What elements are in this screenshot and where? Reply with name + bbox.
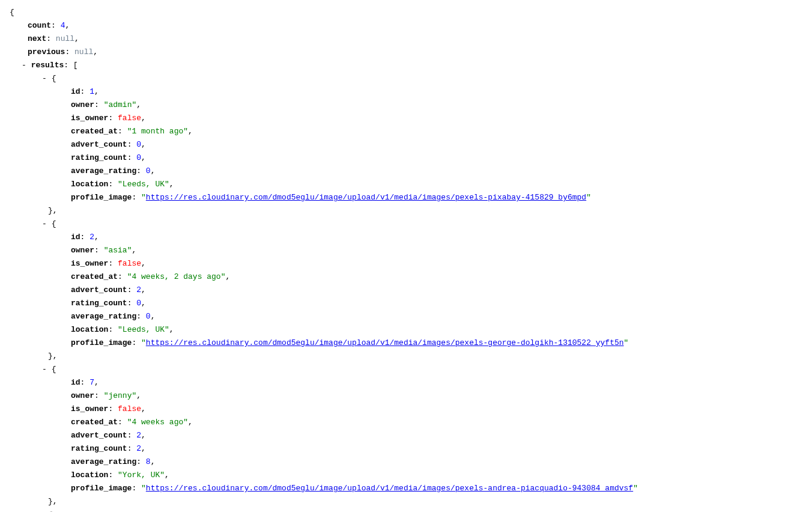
collapse-toggle-icon[interactable]: - <box>22 61 26 70</box>
partial-object-open: { <box>10 508 802 512</box>
is_owner-row: is_owner: false, <box>10 257 802 270</box>
id-row: id: 2, <box>10 231 802 244</box>
id-row: id: 1, <box>10 85 802 99</box>
owner-row: owner: "asia", <box>10 244 802 257</box>
json-key: created_at <box>71 272 118 281</box>
json-value: "4 weeks, 2 days ago" <box>127 272 226 281</box>
previous-key: previous <box>28 47 65 56</box>
object-open: - { <box>10 363 802 376</box>
json-key: rating_count <box>71 444 127 453</box>
count-row: count: 4, <box>10 19 802 32</box>
profile-image-row: profile_image: "https://res.cloudinary.c… <box>10 337 802 350</box>
object-close: }, <box>10 350 802 363</box>
id-row: id: 7, <box>10 376 802 389</box>
results-array: - {id: 1,owner: "admin",is_owner: false,… <box>10 72 802 512</box>
advert_count-row: advert_count: 2, <box>10 284 802 297</box>
previous-value: null <box>74 47 93 56</box>
json-value: 0 <box>136 140 141 149</box>
results-row: - results: [ <box>10 59 802 72</box>
created_at-row: created_at: "1 month ago", <box>10 125 802 138</box>
json-key: owner <box>71 391 94 400</box>
json-value: "1 month ago" <box>127 127 188 136</box>
profile-image-link[interactable]: https://res.cloudinary.com/dmod5eglu/ima… <box>146 193 586 202</box>
json-key: id <box>71 233 80 242</box>
json-value: false <box>118 114 141 123</box>
json-value: "asia" <box>104 246 132 255</box>
json-value: "jenny" <box>104 391 137 400</box>
location-row: location: "Leeds, UK", <box>10 323 802 337</box>
json-key: created_at <box>71 418 118 427</box>
json-value: "Leeds, UK" <box>118 325 169 334</box>
collapse-toggle-icon[interactable]: - <box>42 74 47 83</box>
json-key: location <box>71 180 108 189</box>
advert_count-row: advert_count: 2, <box>10 429 802 442</box>
results-key: results <box>31 61 64 70</box>
json-key: profile_image <box>71 193 132 202</box>
next-row: next: null, <box>10 32 802 46</box>
next-key: next <box>28 34 46 43</box>
object-open: - { <box>10 72 802 85</box>
location-row: location: "York, UK", <box>10 469 802 482</box>
advert_count-row: advert_count: 0, <box>10 138 802 151</box>
rating_count-row: rating_count: 0, <box>10 297 802 310</box>
json-value: 0 <box>136 153 141 162</box>
json-key: rating_count <box>71 153 127 162</box>
json-value: 8 <box>146 457 151 466</box>
profile-image-row: profile_image: "https://res.cloudinary.c… <box>10 482 802 495</box>
rating_count-row: rating_count: 2, <box>10 442 802 456</box>
average_rating-row: average_rating: 0, <box>10 165 802 178</box>
json-value: 2 <box>89 233 94 242</box>
json-key: is_owner <box>71 259 108 268</box>
collapse-toggle-icon[interactable]: - <box>42 365 47 374</box>
json-key: average_rating <box>71 457 136 466</box>
open-brace: { <box>10 6 802 19</box>
json-key: profile_image <box>71 338 132 347</box>
json-value: "4 weeks ago" <box>127 418 188 427</box>
next-value: null <box>56 34 74 43</box>
json-value: 0 <box>146 312 151 321</box>
average_rating-row: average_rating: 0, <box>10 310 802 323</box>
is_owner-row: is_owner: false, <box>10 403 802 416</box>
object-open: - { <box>10 218 802 231</box>
collapse-toggle-icon[interactable]: - <box>42 219 47 228</box>
owner-row: owner: "admin", <box>10 99 802 112</box>
json-key: is_owner <box>71 404 108 413</box>
json-key: id <box>71 87 80 96</box>
json-key: id <box>71 378 80 387</box>
json-value: false <box>118 259 141 268</box>
json-key: created_at <box>71 127 118 136</box>
json-value: "York, UK" <box>118 471 165 480</box>
is_owner-row: is_owner: false, <box>10 112 802 125</box>
json-value: 7 <box>89 378 94 387</box>
rating_count-row: rating_count: 0, <box>10 151 802 165</box>
profile-image-link[interactable]: https://res.cloudinary.com/dmod5eglu/ima… <box>146 338 624 347</box>
profile-image-link[interactable]: https://res.cloudinary.com/dmod5eglu/ima… <box>146 484 633 493</box>
json-viewer: { count: 4, next: null, previous: null, … <box>10 6 802 512</box>
json-value: "Leeds, UK" <box>118 180 169 189</box>
json-key: advert_count <box>71 285 127 294</box>
json-key: rating_count <box>71 299 127 308</box>
json-key: average_rating <box>71 166 136 175</box>
result-item: - {id: 7,owner: "jenny",is_owner: false,… <box>10 363 802 508</box>
json-key: advert_count <box>71 140 127 149</box>
json-key: advert_count <box>71 431 127 440</box>
average_rating-row: average_rating: 8, <box>10 456 802 469</box>
json-key: owner <box>71 246 94 255</box>
json-key: average_rating <box>71 312 136 321</box>
created_at-row: created_at: "4 weeks ago", <box>10 416 802 429</box>
object-close: }, <box>10 495 802 508</box>
json-key: location <box>71 471 108 480</box>
json-value: 2 <box>136 444 141 453</box>
result-item: - {id: 1,owner: "admin",is_owner: false,… <box>10 72 802 218</box>
created_at-row: created_at: "4 weeks, 2 days ago", <box>10 270 802 284</box>
json-value: 0 <box>146 166 151 175</box>
json-value: 2 <box>136 285 141 294</box>
json-value: 0 <box>136 299 141 308</box>
profile-image-row: profile_image: "https://res.cloudinary.c… <box>10 191 802 204</box>
object-close: }, <box>10 204 802 218</box>
location-row: location: "Leeds, UK", <box>10 178 802 191</box>
json-key: owner <box>71 100 94 109</box>
json-value: 1 <box>89 87 94 96</box>
json-value: false <box>118 404 141 413</box>
json-key: location <box>71 325 108 334</box>
